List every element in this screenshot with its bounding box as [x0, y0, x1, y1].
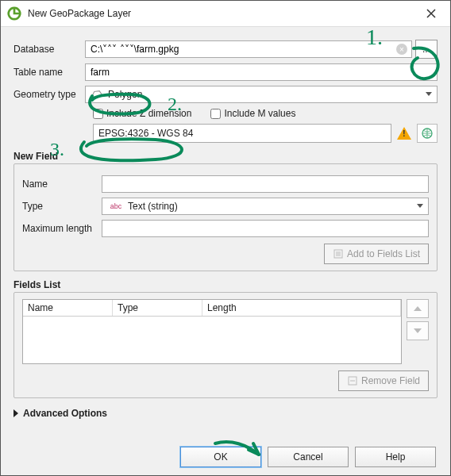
table-name-input[interactable]	[85, 63, 438, 81]
move-field-up-button[interactable]	[407, 299, 429, 318]
crs-select-button[interactable]	[417, 124, 438, 143]
col-length-header[interactable]: Length	[202, 300, 401, 316]
nf-type-combo[interactable]: abc Text (string)	[102, 198, 429, 215]
help-button[interactable]: Help	[355, 447, 436, 467]
nf-type-value: Text (string)	[128, 201, 178, 212]
app-logo-icon	[7, 6, 21, 21]
advanced-options-toggle[interactable]: Advanced Options	[13, 408, 438, 419]
window-title: New GeoPackage Layer	[28, 8, 418, 19]
remove-field-label: Remove Field	[361, 375, 420, 386]
chevron-down-icon	[417, 204, 423, 208]
fields-table[interactable]: Name Type Length	[22, 299, 402, 364]
database-input[interactable]	[85, 40, 412, 58]
col-name-header[interactable]: Name	[23, 300, 113, 316]
col-type-header[interactable]: Type	[113, 300, 202, 316]
nf-maxlen-input[interactable]	[102, 220, 429, 237]
polygon-icon	[91, 90, 103, 99]
include-m-checkbox[interactable]: Include M values	[210, 108, 295, 119]
move-field-down-button[interactable]	[407, 321, 429, 340]
window-close-button[interactable]	[418, 4, 444, 23]
geometry-type-value: Polygon	[108, 89, 142, 100]
nf-name-label: Name	[22, 178, 102, 190]
nf-name-input[interactable]	[102, 175, 429, 193]
nf-type-label: Type	[22, 201, 102, 212]
browse-database-button[interactable]: ...	[415, 40, 438, 59]
nf-maxlen-label: Maximum length	[22, 223, 102, 234]
geometry-type-label: Geometry type	[13, 89, 85, 100]
cancel-button[interactable]: Cancel	[268, 447, 349, 467]
text-type-icon: abc	[107, 202, 125, 210]
new-field-heading: New Field	[13, 151, 438, 162]
triangle-down-icon	[414, 328, 422, 333]
include-z-label: Include Z dimension	[106, 108, 191, 119]
remove-field-button[interactable]: Remove Field	[338, 370, 429, 391]
chevron-down-icon	[426, 92, 432, 96]
crs-warning-icon	[395, 125, 414, 142]
fields-list-heading: Fields List	[13, 279, 438, 290]
advanced-label: Advanced Options	[23, 408, 107, 419]
database-label: Database	[13, 44, 85, 55]
caret-right-icon	[13, 409, 18, 417]
include-m-label: Include M values	[224, 108, 295, 119]
include-z-checkbox[interactable]: Include Z dimension	[93, 108, 191, 119]
crs-value: EPSG:4326 - WGS 84	[98, 128, 193, 139]
triangle-up-icon	[414, 306, 422, 311]
add-to-fields-button[interactable]: Add to Fields List	[324, 244, 429, 264]
geometry-type-combo[interactable]: Polygon	[85, 86, 438, 103]
table-name-label: Table name	[13, 67, 85, 78]
ok-button[interactable]: OK	[180, 447, 261, 467]
add-to-fields-label: Add to Fields List	[347, 248, 420, 259]
clear-database-icon[interactable]: ×	[396, 44, 407, 55]
crs-combo[interactable]: EPSG:4326 - WGS 84	[93, 124, 391, 143]
